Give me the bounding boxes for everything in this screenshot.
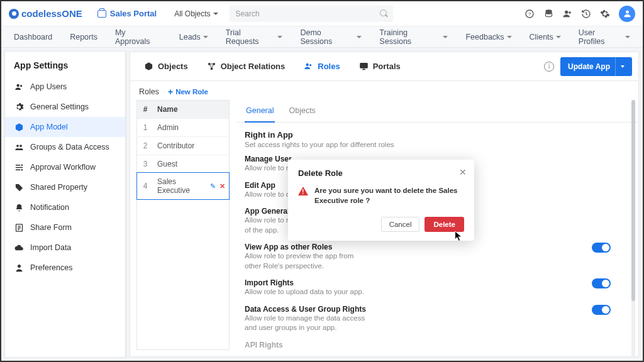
detail-tab-objects[interactable]: Objects (287, 100, 316, 122)
cloud-upload-icon (14, 243, 24, 253)
briefcase-icon (97, 10, 106, 18)
svg-point-8 (19, 145, 22, 147)
table-row[interactable]: 2Contributor (137, 136, 229, 155)
relations-icon (207, 62, 217, 72)
svg-point-16 (306, 63, 309, 65)
chevron-down-icon (203, 36, 208, 38)
detail-tab-general[interactable]: General (245, 100, 275, 123)
nav-dashboard[interactable]: Dashboard (6, 26, 60, 47)
help-icon[interactable]: ? (525, 9, 535, 19)
preferences-icon (14, 263, 24, 273)
delete-button[interactable]: Delete (425, 217, 464, 232)
svg-point-9 (21, 164, 23, 166)
tab-objects[interactable]: Objects (136, 52, 196, 80)
nav-reports[interactable]: Reports (62, 26, 105, 47)
svg-point-12 (18, 264, 21, 267)
tab-roles[interactable]: Roles (296, 52, 347, 80)
history-icon[interactable] (581, 9, 591, 19)
sidebar-item-app-model[interactable]: App Model (5, 117, 125, 137)
search-wrap (230, 6, 393, 22)
plus-icon: + (168, 89, 173, 95)
tab-portals[interactable]: Portals (352, 52, 408, 80)
sidebar-item-shared-property[interactable]: Shared Property (5, 177, 125, 197)
nav-demo-sessions[interactable]: Demo Sessions (292, 26, 369, 47)
right-in-app-section: Right in App Set access rights to your a… (236, 123, 638, 150)
table-row[interactable]: 1Admin (137, 118, 229, 136)
users-icon (304, 62, 314, 72)
database-icon[interactable] (543, 9, 553, 19)
sidebar-item-label: Notification (30, 203, 69, 212)
new-role-button[interactable]: +New Role (168, 88, 208, 96)
bell-icon (14, 202, 24, 212)
toggle-import-rights[interactable] (592, 278, 611, 288)
sidebar-item-label: Groups & Data Access (30, 143, 109, 151)
table-row-selected[interactable]: 4 Sales Executive ✎ ✕ (136, 172, 230, 200)
delete-role-modal: ✕ Delete Role Are you sure you want to d… (288, 160, 474, 241)
nav-my-approvals[interactable]: My Approvals (108, 26, 169, 47)
edit-icon[interactable]: ✎ (210, 182, 216, 190)
sidebar-item-label: Import Data (30, 243, 71, 252)
object-selector[interactable]: All Objects (174, 9, 218, 18)
gear-icon[interactable] (600, 9, 610, 19)
sidebar-item-label: General Settings (30, 102, 89, 111)
nav-user-profiles[interactable]: User Profiles (571, 26, 638, 47)
breadcrumb: Roles (139, 87, 159, 96)
perm-import-rights: Import RightsAllow role to upload data t… (236, 273, 619, 300)
topbar: codelessONE Sales Portal All Objects ? (1, 1, 643, 26)
update-app-button[interactable]: Update App (560, 57, 632, 76)
table-row[interactable]: 3Guest (137, 155, 229, 173)
toggle-data-access[interactable] (592, 305, 611, 315)
sidebar-item-label: Share Form (30, 223, 72, 232)
sidebar-item-general-settings[interactable]: General Settings (5, 97, 125, 117)
delete-icon[interactable]: ✕ (219, 182, 225, 190)
chevron-down-icon (443, 36, 448, 38)
chevron-down-icon (556, 36, 561, 38)
brand-logo-icon (9, 9, 19, 19)
chevron-down-icon (507, 36, 512, 38)
sidebar-item-notification[interactable]: Notification (5, 197, 125, 217)
sidebar-item-groups-data-access[interactable]: Groups & Data Access (5, 137, 125, 157)
cube-icon (14, 122, 24, 132)
avatar[interactable] (619, 6, 635, 22)
sidebar-item-share-form[interactable]: Share Form (5, 217, 125, 238)
sidebar-item-approval-workflow[interactable]: Approval Workflow (5, 157, 125, 177)
section-subtitle: Set access rights to your app for differ… (245, 141, 630, 148)
sidebar-item-label: Shared Property (30, 183, 87, 192)
sidebar-item-import-data[interactable]: Import Data (5, 238, 125, 258)
user-add-icon[interactable] (562, 9, 572, 19)
cancel-button[interactable]: Cancel (381, 217, 420, 232)
nav-leads[interactable]: Leads (172, 26, 216, 47)
info-icon[interactable]: i (544, 62, 554, 72)
toggle-view-as-roles[interactable] (592, 243, 611, 253)
scrollbar[interactable] (630, 100, 637, 356)
nav-training-sessions[interactable]: Training Sessions (372, 26, 455, 47)
topbar-icons: ? (525, 6, 635, 22)
detail-tabs: General Objects (236, 100, 638, 123)
sidebar-item-label: App Model (30, 123, 68, 131)
svg-text:?: ? (528, 11, 531, 16)
brand-logo-text: codelessONE (21, 8, 82, 19)
portal-selector[interactable]: Sales Portal (97, 9, 157, 18)
svg-point-6 (20, 85, 22, 87)
perm-view-as-roles: View App as other RolesAllow role to pre… (236, 238, 619, 273)
workflow-icon (14, 162, 24, 172)
nav-bar: Dashboard Reports My Approvals Leads Tri… (1, 26, 643, 48)
svg-point-4 (626, 11, 629, 14)
sidebar-item-app-users[interactable]: App Users (5, 77, 125, 97)
chevron-down-icon (213, 13, 218, 15)
close-icon[interactable]: ✕ (459, 167, 467, 177)
svg-point-10 (21, 169, 23, 171)
nav-feedbacks[interactable]: Feedbacks (458, 26, 519, 47)
nav-clients[interactable]: Clients (522, 26, 569, 47)
brand-logo[interactable]: codelessONE (9, 8, 82, 19)
tab-object-relations[interactable]: Object Relations (199, 52, 293, 80)
sidebar-item-preferences[interactable]: Preferences (5, 258, 125, 278)
svg-point-3 (565, 10, 568, 13)
nav-trial-requests[interactable]: Trial Requests (218, 26, 291, 47)
sidebar-title: App Settings (5, 52, 125, 77)
search-input[interactable] (230, 6, 393, 22)
col-name: Name (153, 101, 229, 118)
object-selector-label: All Objects (174, 9, 210, 18)
sidebar-item-label: Preferences (30, 263, 72, 272)
svg-point-17 (309, 64, 311, 66)
